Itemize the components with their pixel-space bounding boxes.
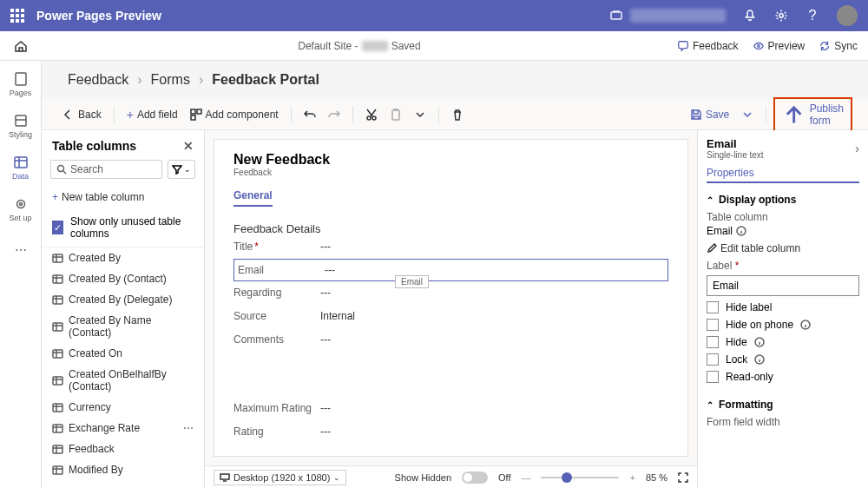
- zoom-value: 85 %: [646, 472, 667, 483]
- hide-checkbox[interactable]: Hide: [707, 336, 859, 348]
- form-field[interactable]: Regarding---: [233, 281, 668, 305]
- delete-button[interactable]: [446, 105, 469, 124]
- column-item[interactable]: Feedback: [42, 439, 204, 459]
- svg-rect-18: [53, 323, 62, 331]
- table-column-value: Email: [707, 225, 733, 237]
- help-icon[interactable]: ?: [806, 9, 819, 23]
- rail-data[interactable]: Data: [0, 153, 41, 182]
- paste-button[interactable]: [385, 105, 407, 124]
- rail-more[interactable]: ⋯: [15, 243, 27, 257]
- column-type-icon: [52, 375, 63, 386]
- chevron-right-icon[interactable]: ›: [855, 142, 859, 155]
- redo-button[interactable]: [323, 105, 345, 124]
- info-icon[interactable]: [754, 354, 765, 365]
- info-icon[interactable]: [736, 226, 746, 236]
- crumb-forms[interactable]: Forms: [151, 72, 190, 88]
- back-button[interactable]: Back: [57, 105, 107, 124]
- column-type-icon: [52, 294, 63, 306]
- preview-link[interactable]: Preview: [753, 40, 806, 52]
- plus-icon: +: [127, 108, 134, 122]
- svg-rect-22: [53, 425, 62, 432]
- column-type-icon: [52, 423, 63, 434]
- site-name: Default Site - Saved: [298, 40, 420, 52]
- form-field[interactable]: Email---Email: [233, 259, 668, 281]
- svg-rect-9: [197, 109, 201, 114]
- form-field[interactable]: Maximum Rating---: [233, 397, 668, 420]
- sync-link[interactable]: Sync: [819, 40, 858, 52]
- lock-checkbox[interactable]: Lock: [707, 353, 859, 366]
- column-item[interactable]: Created By Name (Contact): [42, 310, 204, 343]
- breadcrumb: Feedback › Forms › Feedback Portal: [42, 61, 868, 99]
- rail-setup[interactable]: Set up: [0, 195, 41, 224]
- readonly-checkbox[interactable]: Read-only: [707, 371, 859, 383]
- new-column-link[interactable]: + New table column: [42, 186, 204, 208]
- column-item[interactable]: Created By (Contact): [42, 268, 204, 289]
- svg-rect-0: [611, 12, 621, 19]
- paste-chevron[interactable]: [409, 105, 431, 124]
- column-item[interactable]: Modified By: [42, 459, 204, 479]
- crumb-current: Feedback Portal: [212, 72, 319, 88]
- form-tab-general[interactable]: General: [233, 189, 273, 207]
- expand-icon[interactable]: [678, 472, 688, 483]
- show-unused-checkbox[interactable]: ✓ Show only unused table columns: [42, 208, 204, 247]
- home-icon[interactable]: [14, 39, 28, 53]
- zoom-slider[interactable]: [541, 477, 619, 478]
- column-type-icon: [52, 321, 63, 333]
- crumb-feedback[interactable]: Feedback: [68, 72, 128, 88]
- form-field[interactable]: Rating---: [233, 420, 668, 444]
- show-hidden-toggle[interactable]: [462, 472, 488, 484]
- form-title: New Feedback: [233, 152, 668, 168]
- save-button[interactable]: Save: [685, 105, 734, 124]
- add-component-button[interactable]: Add component: [185, 105, 284, 124]
- filter-button[interactable]: ⌄: [168, 160, 195, 179]
- properties-tab[interactable]: Properties: [707, 167, 859, 183]
- edit-table-column-link[interactable]: Edit table column: [707, 242, 859, 254]
- info-icon[interactable]: [754, 337, 765, 347]
- svg-rect-5: [15, 157, 27, 168]
- device-selector[interactable]: Desktop (1920 x 1080) ⌄: [214, 470, 346, 485]
- save-chevron[interactable]: [736, 105, 759, 124]
- publish-form-button[interactable]: Publish form: [773, 97, 852, 132]
- bell-icon[interactable]: [743, 9, 757, 23]
- rail-styling[interactable]: Styling: [0, 111, 41, 141]
- form-field[interactable]: SourceInternal: [233, 305, 668, 328]
- more-icon[interactable]: ⋯: [183, 422, 194, 434]
- form-section-header: Feedback Details: [233, 222, 668, 235]
- close-icon[interactable]: ✕: [183, 139, 194, 153]
- undo-button[interactable]: [299, 105, 321, 124]
- app-launcher-icon[interactable]: [10, 9, 24, 23]
- column-item[interactable]: Created On: [42, 343, 204, 364]
- filter-icon: [172, 164, 182, 175]
- styling-icon: [13, 113, 29, 129]
- back-icon: [62, 109, 75, 121]
- form-canvas[interactable]: New Feedback Feedback General Feedback D…: [214, 139, 688, 457]
- column-item[interactable]: Created By: [42, 247, 204, 268]
- hide-phone-checkbox[interactable]: Hide on phone: [707, 319, 859, 331]
- avatar[interactable]: [837, 5, 858, 26]
- feedback-link[interactable]: Feedback: [677, 40, 739, 52]
- column-item[interactable]: Created By (Delegate): [42, 289, 204, 310]
- chevron-down-icon: [414, 109, 426, 121]
- info-icon[interactable]: [800, 320, 811, 330]
- form-field[interactable]: Comments---: [233, 328, 668, 352]
- rail-pages[interactable]: Pages: [0, 69, 41, 99]
- hide-label-checkbox[interactable]: Hide label: [707, 301, 859, 313]
- environment-chip[interactable]: [609, 9, 726, 23]
- column-item[interactable]: Created OnBelhalfBy (Contact): [42, 364, 204, 397]
- monitor-icon: [220, 472, 230, 483]
- display-options-section[interactable]: ⌃ Display options: [707, 194, 859, 206]
- gear-icon[interactable]: [774, 9, 788, 23]
- column-item[interactable]: Currency: [42, 397, 204, 418]
- add-field-button[interactable]: + Add field: [122, 104, 183, 125]
- form-field[interactable]: Title*---: [233, 235, 668, 259]
- cut-button[interactable]: [360, 105, 383, 124]
- search-input[interactable]: Search: [50, 160, 162, 179]
- paste-icon: [390, 109, 402, 121]
- form-canvas-area: New Feedback Feedback General Feedback D…: [205, 130, 698, 488]
- column-item[interactable]: Exchange Rate⋯: [42, 418, 204, 439]
- label-input[interactable]: [707, 275, 859, 296]
- feedback-icon: [677, 40, 689, 52]
- field-tooltip: Email: [395, 275, 429, 288]
- column-type-icon: [52, 348, 63, 359]
- formatting-section[interactable]: ⌃ Formatting: [707, 399, 859, 411]
